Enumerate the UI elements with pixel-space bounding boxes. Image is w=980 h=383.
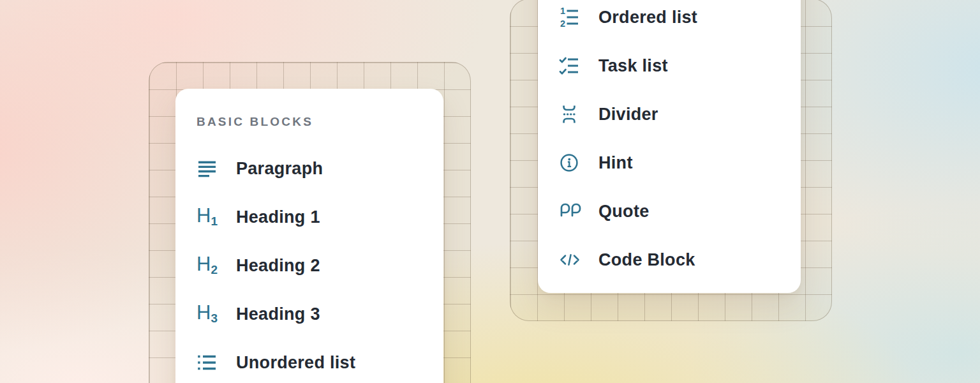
svg-text:2: 2 (560, 19, 565, 27)
menu-item-label: Quote (598, 203, 650, 220)
menu-item-label: Unordered list (236, 354, 355, 372)
heading-2-icon: H2 (197, 255, 219, 276)
basic-blocks-menu: BASIC BLOCKS ParagraphH1Heading 1H2Headi… (175, 89, 443, 383)
menu-item-heading-2[interactable]: H2Heading 2 (175, 241, 443, 290)
menu-item-label: Heading 3 (236, 306, 320, 323)
page-background: BASIC BLOCKS ParagraphH1Heading 1H2Headi… (0, 0, 980, 383)
task-list-icon (559, 56, 582, 76)
menu-item-label: Code Block (598, 252, 695, 269)
svg-text:1: 1 (560, 7, 565, 16)
menu-item-hint[interactable]: Hint (538, 139, 801, 187)
menu-item-label: Divider (598, 106, 658, 123)
paragraph-icon (197, 158, 219, 179)
menu-item-quote[interactable]: Quote (538, 187, 801, 236)
menu-rows: ParagraphH1Heading 1H2Heading 2H3Heading… (175, 144, 443, 383)
blocks-menu-secondary: 1 2Ordered list Task list Divider Hint Q… (538, 0, 801, 293)
quote-icon (559, 201, 582, 222)
code-block-icon (559, 250, 582, 270)
divider-icon (559, 104, 582, 124)
menu-item-task-list[interactable]: Task list (538, 41, 801, 90)
menu-item-code-block[interactable]: Code Block (538, 236, 801, 284)
menu-item-divider[interactable]: Divider (538, 90, 801, 139)
ordered-list-icon: 1 2 (559, 7, 582, 27)
menu-item-label: Task list (598, 57, 668, 75)
menu-item-label: Paragraph (236, 160, 323, 177)
menu-item-unordered-list[interactable]: Unordered list (175, 338, 443, 383)
menu-rows: 1 2Ordered list Task list Divider Hint Q… (538, 0, 801, 284)
menu-item-label: Heading 2 (236, 257, 320, 274)
menu-item-paragraph[interactable]: Paragraph (175, 144, 443, 193)
menu-item-ordered-list[interactable]: 1 2Ordered list (538, 0, 801, 41)
menu-item-label: Heading 1 (236, 209, 320, 226)
hint-icon (559, 153, 582, 173)
section-label-basic-blocks: BASIC BLOCKS (197, 116, 443, 128)
menu-item-heading-1[interactable]: H1Heading 1 (175, 193, 443, 241)
heading-3-icon: H3 (197, 304, 219, 324)
menu-item-label: Ordered list (598, 9, 697, 26)
menu-item-heading-3[interactable]: H3Heading 3 (175, 290, 443, 338)
heading-1-icon: H1 (197, 207, 219, 227)
unordered-list-icon (197, 352, 219, 373)
menu-item-label: Hint (598, 154, 633, 172)
